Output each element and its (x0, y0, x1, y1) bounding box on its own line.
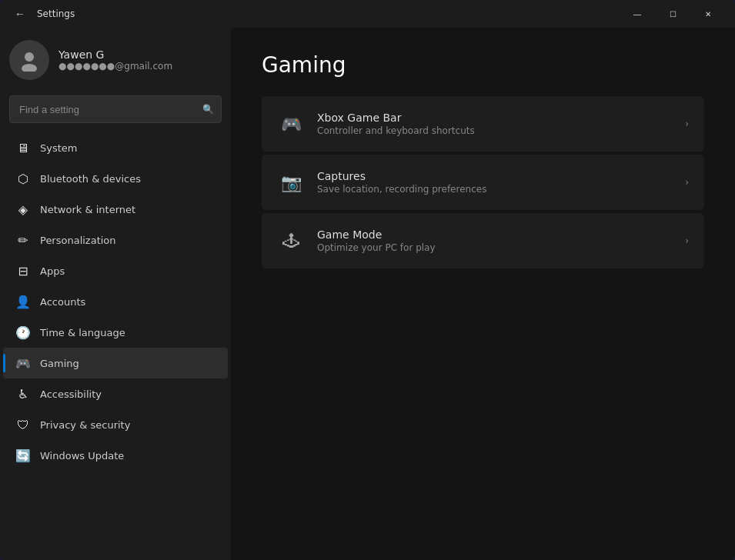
sidebar: Yawen G ●●●●●●●@gmail.com 🔍 🖥System⬡Blue… (0, 28, 231, 560)
avatar (9, 40, 49, 80)
captures-title: Captures (317, 170, 673, 182)
sidebar-item-accounts[interactable]: 👤Accounts (3, 286, 228, 317)
sidebar-item-apps[interactable]: ⊟Apps (3, 255, 228, 286)
user-email: ●●●●●●●@gmail.com (58, 61, 172, 72)
settings-list: 🎮Xbox Game BarController and keyboard sh… (262, 96, 704, 268)
apps-icon: ⊟ (15, 263, 31, 278)
page-title: Gaming (262, 52, 704, 78)
sidebar-item-label-personalization: Personalization (40, 235, 116, 246)
search-input[interactable] (9, 95, 222, 123)
sidebar-item-label-time: Time & language (40, 327, 125, 338)
search-icon: 🔍 (202, 104, 214, 115)
game-mode-icon: 🕹 (277, 227, 305, 255)
accessibility-icon: ♿ (15, 386, 31, 402)
bluetooth-icon: ⬡ (15, 171, 31, 186)
game-mode-text: Game ModeOptimize your PC for play (317, 228, 673, 253)
user-name: Yawen G (58, 48, 172, 61)
sidebar-item-accessibility[interactable]: ♿Accessibility (3, 378, 228, 409)
search-box: 🔍 (9, 95, 222, 123)
settings-item-game-mode[interactable]: 🕹Game ModeOptimize your PC for play› (262, 213, 704, 268)
sidebar-item-privacy[interactable]: 🛡Privacy & security (3, 409, 228, 440)
sidebar-item-label-bluetooth: Bluetooth & devices (40, 173, 141, 185)
window-controls: — ☐ ✕ (620, 0, 726, 28)
user-section: Yawen G ●●●●●●●@gmail.com (0, 28, 231, 95)
sidebar-item-bluetooth[interactable]: ⬡Bluetooth & devices (3, 163, 228, 194)
svg-point-0 (25, 52, 34, 62)
sidebar-item-label-accounts: Accounts (40, 296, 85, 308)
captures-icon: 📷 (277, 168, 305, 196)
accounts-icon: 👤 (15, 294, 31, 309)
update-icon: 🔄 (15, 448, 31, 463)
sidebar-item-label-apps: Apps (40, 265, 65, 277)
xbox-game-bar-subtitle: Controller and keyboard shortcuts (317, 125, 673, 136)
sidebar-item-label-gaming: Gaming (40, 358, 79, 369)
window-title: Settings (37, 8, 613, 19)
svg-point-1 (22, 64, 37, 72)
game-mode-subtitle: Optimize your PC for play (317, 242, 673, 253)
main-panel: Gaming 🎮Xbox Game BarController and keyb… (231, 28, 735, 560)
privacy-icon: 🛡 (15, 417, 31, 432)
settings-window: ← Settings — ☐ ✕ Yawen G ●●●●●●●@gmail.c… (0, 0, 735, 560)
captures-text: CapturesSave location, recording prefere… (317, 170, 673, 195)
game-mode-title: Game Mode (317, 228, 673, 241)
game-mode-chevron-icon: › (685, 235, 689, 246)
maximize-button[interactable]: ☐ (655, 0, 690, 28)
minimize-button[interactable]: — (620, 0, 655, 28)
xbox-game-bar-chevron-icon: › (685, 118, 689, 129)
sidebar-item-personalization[interactable]: ✏Personalization (3, 225, 228, 255)
sidebar-item-label-network: Network & internet (40, 204, 135, 215)
settings-item-captures[interactable]: 📷CapturesSave location, recording prefer… (262, 155, 704, 210)
close-button[interactable]: ✕ (690, 0, 726, 28)
sidebar-item-update[interactable]: 🔄Windows Update (3, 440, 228, 471)
sidebar-item-network[interactable]: ◈Network & internet (3, 194, 228, 225)
sidebar-item-label-accessibility: Accessibility (40, 388, 102, 400)
time-icon: 🕐 (15, 325, 31, 340)
xbox-game-bar-text: Xbox Game BarController and keyboard sho… (317, 112, 673, 136)
title-bar: ← Settings — ☐ ✕ (0, 0, 735, 28)
system-icon: 🖥 (15, 140, 31, 155)
network-icon: ◈ (15, 202, 31, 217)
sidebar-item-time[interactable]: 🕐Time & language (3, 317, 228, 348)
xbox-game-bar-title: Xbox Game Bar (317, 112, 673, 124)
captures-subtitle: Save location, recording preferences (317, 184, 673, 195)
gaming-icon: 🎮 (15, 355, 31, 371)
sidebar-item-label-privacy: Privacy & security (40, 419, 130, 431)
sidebar-item-label-update: Windows Update (40, 450, 124, 462)
back-button[interactable]: ← (9, 3, 31, 25)
nav-list: 🖥System⬡Bluetooth & devices◈Network & in… (0, 129, 231, 474)
settings-item-xbox-game-bar[interactable]: 🎮Xbox Game BarController and keyboard sh… (262, 96, 704, 152)
captures-chevron-icon: › (685, 177, 689, 188)
main-content: Yawen G ●●●●●●●@gmail.com 🔍 🖥System⬡Blue… (0, 28, 735, 560)
sidebar-item-system[interactable]: 🖥System (3, 132, 228, 163)
sidebar-item-gaming[interactable]: 🎮Gaming (3, 348, 228, 378)
personalization-icon: ✏ (15, 232, 31, 248)
sidebar-item-label-system: System (40, 142, 77, 154)
xbox-game-bar-icon: 🎮 (277, 110, 305, 138)
user-info: Yawen G ●●●●●●●@gmail.com (58, 48, 172, 72)
